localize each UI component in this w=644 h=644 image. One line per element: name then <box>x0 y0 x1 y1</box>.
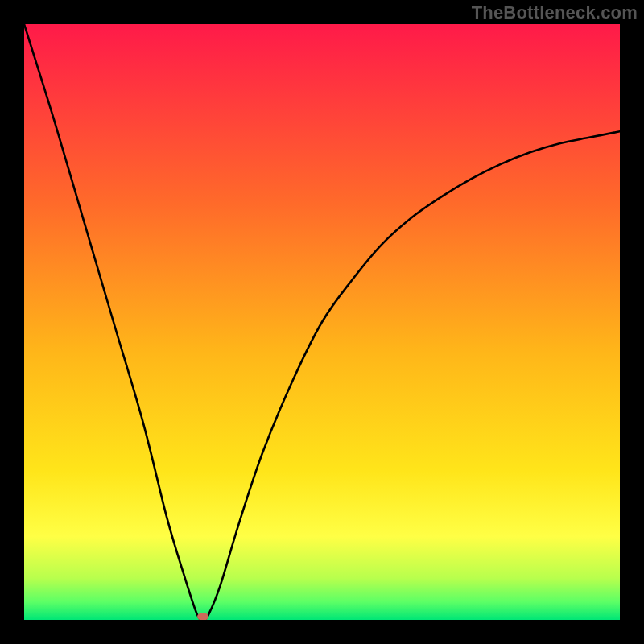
chart-svg <box>24 24 620 620</box>
plot-area <box>24 24 620 620</box>
chart-container: TheBottleneck.com <box>0 0 644 644</box>
watermark-text: TheBottleneck.com <box>472 2 638 23</box>
